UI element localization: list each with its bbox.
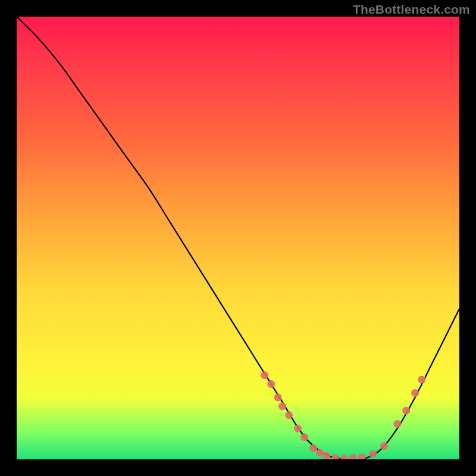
data-marker: [349, 454, 357, 459]
data-marker: [411, 389, 419, 397]
data-marker: [369, 450, 377, 458]
data-marker: [316, 449, 324, 456]
data-marker: [340, 455, 348, 459]
plot-area: [17, 17, 459, 459]
data-marker: [285, 411, 293, 419]
data-marker: [393, 420, 401, 428]
marker-group: [261, 371, 425, 459]
data-marker: [261, 371, 268, 379]
data-marker: [267, 380, 275, 388]
data-marker: [278, 402, 286, 410]
bottleneck-curve-path: [17, 17, 459, 459]
curve-layer: [17, 17, 459, 459]
data-marker: [331, 454, 339, 459]
data-marker: [418, 376, 425, 384]
data-marker: [358, 453, 366, 459]
attribution-label: TheBottleneck.com: [353, 2, 470, 17]
data-marker: [294, 424, 302, 432]
data-marker: [402, 407, 410, 415]
data-marker: [309, 444, 317, 452]
chart-stage: TheBottleneck.com: [0, 0, 476, 476]
data-marker: [274, 393, 282, 401]
data-marker: [322, 452, 330, 460]
data-marker: [300, 433, 308, 441]
data-marker: [380, 442, 388, 450]
